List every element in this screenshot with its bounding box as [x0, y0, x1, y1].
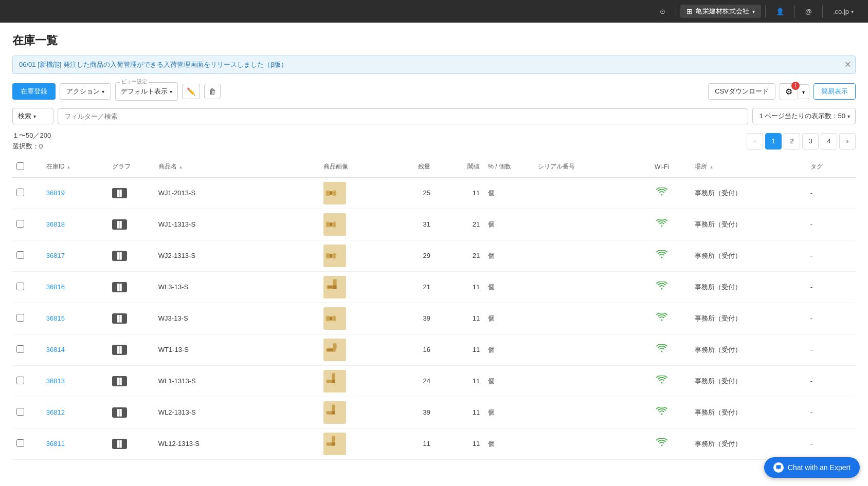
help-button[interactable]: ⊙ [654, 6, 672, 17]
row-graph-button[interactable]: ▐▌ [112, 313, 127, 324]
product-image [323, 401, 346, 424]
row-checkbox[interactable] [16, 408, 24, 416]
action-button[interactable]: アクション ▾ [60, 83, 111, 100]
row-unit-cell: 個 [484, 334, 534, 365]
next-page-button[interactable]: › [839, 133, 856, 149]
table-row: 36818 ▐▌ WJ1-1313-S [12, 209, 856, 240]
chat-label: Chat with an Expert [788, 463, 851, 472]
search-type-dropdown[interactable]: 検索 ▾ [12, 108, 53, 124]
th-qty: 残量 [385, 157, 435, 177]
th-location: 場所 ▴ [691, 157, 806, 177]
product-image [323, 339, 346, 361]
search-input[interactable] [58, 108, 748, 124]
edit-view-button[interactable]: ✏️ [182, 84, 200, 99]
row-id-cell: 36812 [42, 397, 108, 428]
row-id-link[interactable]: 36815 [46, 314, 65, 322]
row-graph-button[interactable]: ▐▌ [112, 407, 127, 418]
row-graph-button[interactable]: ▐▌ [112, 376, 127, 386]
row-checkbox[interactable] [16, 189, 24, 196]
row-id-link[interactable]: 36817 [46, 252, 65, 259]
delete-view-button[interactable]: 🗑 [204, 84, 221, 99]
svg-rect-18 [328, 286, 332, 288]
row-id-cell: 36814 [42, 334, 108, 365]
name-sort-icon[interactable]: ▴ [179, 164, 182, 170]
row-location-cell: 事務所（受付） [691, 303, 806, 334]
row-checkbox[interactable] [16, 251, 24, 259]
th-tag: タグ [806, 157, 856, 177]
page-4-button[interactable]: 4 [821, 133, 837, 149]
row-checkbox[interactable] [16, 439, 24, 447]
row-graph-button[interactable]: ▐▌ [112, 251, 127, 261]
row-graph-cell: ▐▌ [108, 365, 154, 397]
row-checkbox[interactable] [16, 377, 24, 384]
row-graph-button[interactable]: ▐▌ [112, 282, 127, 292]
csv-download-button[interactable]: CSVダウンロード [708, 83, 775, 100]
row-checkbox[interactable] [16, 220, 24, 228]
wifi-svg [656, 376, 667, 384]
row-checkbox-cell [12, 334, 42, 365]
row-qty-cell: 16 [385, 334, 435, 365]
wifi-signal-icon [656, 282, 667, 292]
page-3-button[interactable]: 3 [802, 133, 819, 149]
row-location-cell: 事務所（受付） [691, 240, 806, 271]
page-1-button[interactable]: 1 [765, 133, 782, 149]
th-id: 在庫ID ▴ [42, 157, 108, 177]
row-checkbox[interactable] [16, 345, 24, 353]
settings-gear-button[interactable]: ⚙ 1 [780, 83, 798, 100]
row-id-link[interactable]: 36813 [46, 377, 65, 385]
row-id-link[interactable]: 36812 [46, 408, 65, 416]
per-page-group: １ページ当たりの表示数：50 ▾ [752, 108, 856, 124]
prev-page-button[interactable]: ‹ [747, 133, 763, 149]
email-button[interactable]: @ [799, 6, 818, 17]
row-location-cell: 事務所（受付） [691, 397, 806, 428]
chat-expert-button[interactable]: Chat with an Expert [764, 457, 860, 478]
trash-icon: 🗑 [209, 87, 216, 96]
user-button[interactable]: 👤 [770, 6, 790, 17]
row-threshold-cell: 21 [435, 240, 484, 271]
register-button[interactable]: 在庫登録 [12, 83, 56, 100]
wifi-signal-icon [656, 438, 667, 448]
company-selector[interactable]: ⊞ 亀栄建材株式会社 ▾ [680, 5, 761, 18]
page-2-button[interactable]: 2 [784, 133, 800, 149]
row-checkbox[interactable] [16, 283, 24, 290]
notice-close-button[interactable]: ✕ [844, 61, 851, 69]
row-graph-button[interactable]: ▐▌ [112, 345, 127, 355]
row-id-cell: 36819 [42, 177, 108, 209]
svg-rect-1 [330, 191, 332, 195]
row-id-link[interactable]: 36816 [46, 283, 65, 291]
view-default-button[interactable]: デフォルト表示 ▾ [116, 84, 177, 99]
per-page-dropdown[interactable]: １ページ当たりの表示数：50 ▾ [752, 108, 856, 124]
row-serial-cell [534, 397, 632, 428]
location-sort-icon[interactable]: ▴ [710, 164, 713, 170]
row-id-link[interactable]: 36811 [46, 440, 65, 447]
id-sort-icon[interactable]: ▴ [67, 164, 70, 170]
row-image-cell [319, 428, 385, 459]
select-all-checkbox[interactable] [16, 162, 24, 170]
row-serial-cell [534, 209, 632, 240]
row-tag-cell: - [806, 397, 856, 428]
domain-button[interactable]: .co.jp ▾ [827, 6, 860, 17]
row-id-link[interactable]: 36814 [46, 346, 65, 353]
row-id-link[interactable]: 36819 [46, 189, 65, 197]
per-page-chevron-icon: ▾ [847, 114, 850, 119]
row-graph-button[interactable]: ▐▌ [112, 439, 127, 449]
th-unit: % / 個数 [484, 157, 534, 177]
row-qty-cell: 31 [385, 209, 435, 240]
row-checkbox[interactable] [16, 314, 24, 322]
product-image [323, 307, 346, 330]
row-name-cell: WT1-13-S [154, 334, 319, 365]
row-id-link[interactable]: 36818 [46, 220, 65, 228]
svg-rect-13 [327, 254, 329, 257]
table-row: 36812 ▐▌ WL2-1313-S 39 11 個 [12, 397, 856, 428]
row-graph-cell: ▐▌ [108, 209, 154, 240]
row-graph-button[interactable]: ▐▌ [112, 188, 127, 198]
top-nav: ⊙ ⊞ 亀栄建材株式会社 ▾ 👤 @ .co.jp ▾ [0, 0, 868, 23]
row-graph-button[interactable]: ▐▌ [112, 219, 127, 230]
th-threshold: 閾値 [435, 157, 484, 177]
wifi-signal-icon [656, 250, 667, 260]
row-graph-cell: ▐▌ [108, 271, 154, 303]
simple-view-button[interactable]: 簡易表示 [813, 83, 856, 100]
row-name-cell: WJ1-1313-S [154, 209, 319, 240]
row-checkbox-cell [12, 303, 42, 334]
row-unit-cell: 個 [484, 428, 534, 459]
